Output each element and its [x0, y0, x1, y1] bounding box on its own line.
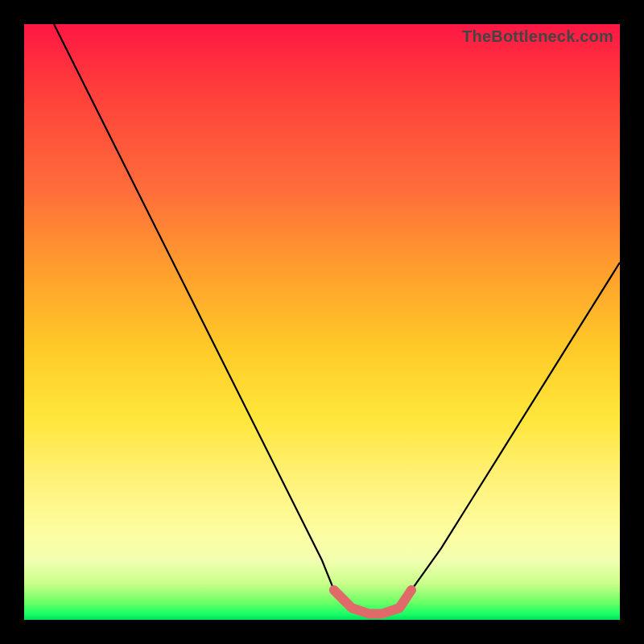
valley-highlight-path — [334, 590, 411, 614]
chart-frame: TheBottleneck.com — [0, 0, 644, 644]
plot-area: TheBottleneck.com — [24, 24, 620, 620]
curve-svg — [24, 24, 620, 620]
bottleneck-curve-path — [54, 24, 620, 614]
